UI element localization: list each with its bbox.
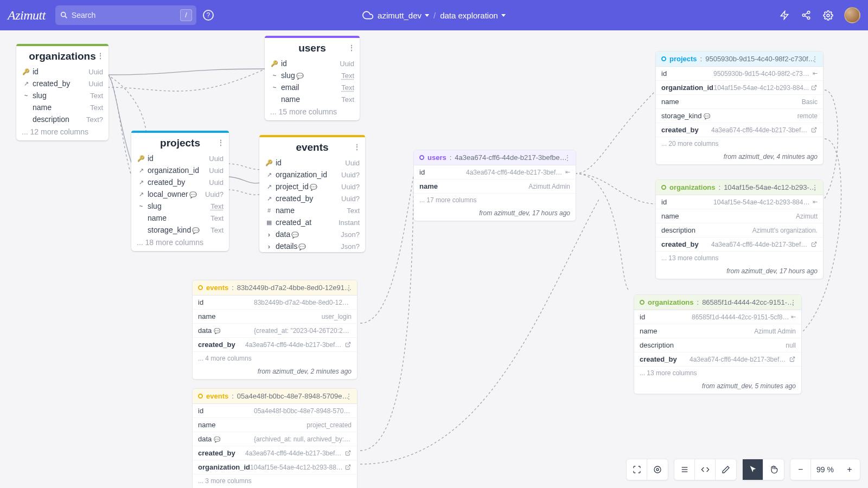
external-link-icon[interactable] bbox=[811, 127, 818, 133]
more-columns[interactable]: ... 3 more columns bbox=[193, 474, 357, 487]
detail-row[interactable]: nameBasic bbox=[656, 95, 823, 109]
card-menu-icon[interactable]: ⋮ bbox=[353, 145, 361, 149]
zoom-out-button[interactable]: − bbox=[790, 459, 811, 480]
card-menu-icon[interactable]: ⋮ bbox=[97, 54, 104, 57]
column-row[interactable]: slug💬Text bbox=[265, 69, 360, 81]
detail-row[interactable]: id83b2449b-d7a2-4bbe-8ed0-12e91416333f bbox=[193, 296, 357, 310]
more-columns[interactable]: ... 17 more columns bbox=[414, 194, 576, 207]
detail-row[interactable]: data 💬{created_at: "2023-04-26T20:28:27.… bbox=[193, 324, 357, 338]
detail-row[interactable]: organization_id104af15e-54ae-4c12-b293-8… bbox=[193, 460, 357, 474]
column-row[interactable]: created_byUuid bbox=[16, 78, 108, 89]
detail-row[interactable]: id86585f1d-4444-42cc-9151-5cf8e86fd0c2⇤ bbox=[634, 310, 801, 324]
search-container[interactable]: / bbox=[55, 5, 196, 25]
column-row[interactable]: slugText bbox=[16, 89, 108, 101]
column-row[interactable]: storage_kind💬Text bbox=[131, 224, 229, 236]
detail-row[interactable]: storage_kind 💬remote bbox=[656, 109, 823, 123]
external-link-icon[interactable] bbox=[345, 342, 352, 348]
detail-card-events[interactable]: events:83b2449b-d7a2-4bbe-8ed0-12e914163… bbox=[192, 280, 358, 380]
card-menu-icon[interactable]: ⋮ bbox=[348, 46, 355, 49]
bolt-icon[interactable] bbox=[779, 10, 790, 21]
external-link-icon[interactable] bbox=[811, 85, 818, 91]
gear-icon[interactable] bbox=[822, 10, 833, 21]
detail-row[interactable]: created_by4a3ea674-cff6-44de-b217-3befbe… bbox=[656, 123, 823, 137]
column-row[interactable]: project_id💬Uuid? bbox=[259, 181, 365, 192]
card-menu-icon[interactable]: ⋮ bbox=[345, 286, 353, 290]
detail-row[interactable]: nameAzimutt Admin bbox=[414, 179, 576, 194]
table-card-users[interactable]: users⋮ idUuidslug💬TextemailTextnameText … bbox=[265, 36, 360, 120]
detail-row[interactable]: id4a3ea674-cff6-44de-b217-3befbe907a95⇤ bbox=[414, 165, 576, 179]
column-row[interactable]: nameText bbox=[265, 93, 360, 105]
detail-row[interactable]: organization_id104af15e-54ae-4c12-b293-8… bbox=[656, 81, 823, 95]
pointer-icon[interactable] bbox=[743, 459, 763, 480]
search-input[interactable] bbox=[72, 11, 180, 20]
column-row[interactable]: created_atInstant bbox=[259, 216, 365, 228]
detail-row[interactable]: nameAzimutt Admin bbox=[634, 324, 801, 338]
avatar[interactable] bbox=[844, 7, 860, 23]
column-row[interactable]: data💬Json? bbox=[259, 228, 365, 240]
column-row[interactable]: nameText bbox=[131, 212, 229, 224]
detail-row[interactable]: nameuser_login bbox=[193, 310, 357, 324]
detail-row[interactable]: created_by4a3ea674-cff6-44de-b217-3befbe… bbox=[656, 237, 823, 252]
detail-row[interactable]: nameAzimutt bbox=[656, 209, 823, 223]
hand-icon[interactable] bbox=[763, 459, 784, 480]
column-row[interactable]: idUuid bbox=[16, 66, 108, 78]
zoom-in-button[interactable]: + bbox=[839, 459, 860, 480]
column-row[interactable]: idUuid bbox=[265, 57, 360, 69]
card-menu-icon[interactable]: ⋮ bbox=[811, 57, 819, 61]
column-row[interactable]: created_byUuid? bbox=[259, 192, 365, 204]
breadcrumb-view[interactable]: data exploration bbox=[440, 11, 506, 20]
help-icon[interactable]: ? bbox=[203, 10, 214, 21]
detail-row[interactable]: created_by4a3ea674-cff6-44de-b217-3befbe… bbox=[634, 352, 801, 367]
more-columns[interactable]: ... 13 more columns bbox=[634, 367, 801, 380]
breadcrumb-db[interactable]: azimutt_dev bbox=[378, 11, 429, 20]
more-columns[interactable]: ... 12 more columns bbox=[16, 125, 108, 140]
external-link-icon[interactable] bbox=[789, 356, 796, 363]
more-columns[interactable]: ... 18 more columns bbox=[131, 236, 229, 251]
column-row[interactable]: local_owner💬Uuid? bbox=[131, 188, 229, 200]
detail-card-organizations[interactable]: organizations:86585f1d-4444-42cc-9151-5c… bbox=[634, 294, 802, 394]
list-icon[interactable] bbox=[674, 459, 695, 480]
column-row[interactable]: created_byUuid bbox=[131, 176, 229, 188]
column-row[interactable]: slugText bbox=[131, 200, 229, 212]
canvas[interactable]: .w{fill:none;stroke:#9ca3af;stroke-width… bbox=[0, 30, 868, 488]
external-link-icon[interactable] bbox=[345, 464, 352, 471]
column-row[interactable]: descriptionText? bbox=[16, 113, 108, 125]
external-link-icon[interactable] bbox=[811, 241, 818, 248]
more-columns[interactable]: ... 13 more columns bbox=[656, 252, 823, 265]
table-card-organizations[interactable]: organizations⋮ idUuidcreated_byUuidslugT… bbox=[16, 44, 108, 140]
detail-row[interactable]: descriptionnull bbox=[634, 338, 801, 352]
column-row[interactable]: idUuid bbox=[131, 152, 229, 164]
detail-card-users[interactable]: users:4a3ea674-cff6-44de-b217-3befbe907a… bbox=[413, 150, 576, 221]
card-menu-icon[interactable]: ⋮ bbox=[811, 186, 819, 189]
table-card-events[interactable]: events⋮ idUuidorganization_idUuid?projec… bbox=[259, 135, 365, 252]
detail-row[interactable]: id05a4e48f-b0bc-48e7-8948-5709e83b9e4a bbox=[193, 404, 357, 418]
column-row[interactable]: organization_idUuid bbox=[131, 164, 229, 176]
center-icon[interactable] bbox=[647, 459, 668, 480]
column-row[interactable]: details💬Json? bbox=[259, 240, 365, 252]
more-columns[interactable]: ... 20 more columns bbox=[656, 137, 823, 150]
external-link-icon[interactable] bbox=[345, 450, 352, 457]
edit-icon[interactable] bbox=[716, 459, 736, 480]
card-menu-icon[interactable]: ⋮ bbox=[564, 156, 571, 159]
share-icon[interactable] bbox=[801, 10, 812, 21]
card-menu-icon[interactable]: ⋮ bbox=[217, 141, 225, 144]
more-columns[interactable]: ... 15 more columns bbox=[265, 105, 360, 120]
card-menu-icon[interactable]: ⋮ bbox=[345, 395, 353, 398]
card-menu-icon[interactable]: ⋮ bbox=[789, 301, 797, 304]
detail-card-organizations[interactable]: organizations:104af15e-54ae-4c12-b293-88… bbox=[655, 179, 824, 279]
column-row[interactable]: emailText bbox=[265, 81, 360, 93]
detail-card-projects[interactable]: projects:9505930b-9d15-4c40-98f2-c730fcb… bbox=[655, 51, 824, 165]
detail-row[interactable]: nameproject_created bbox=[193, 418, 357, 432]
detail-row[interactable]: id9505930b-9d15-4c40-98f2-c730fcbef2dd⇤ bbox=[656, 67, 823, 81]
detail-row[interactable]: descriptionAzimutt's organization. bbox=[656, 223, 823, 237]
detail-card-events[interactable]: events:05a4e48f-b0bc-48e7-8948-5709e83b9… bbox=[192, 388, 358, 488]
column-row[interactable]: idUuid bbox=[259, 157, 365, 169]
table-card-projects[interactable]: projects⋮ idUuidorganization_idUuidcreat… bbox=[131, 131, 229, 251]
column-row[interactable]: nameText bbox=[16, 101, 108, 113]
detail-row[interactable]: created_by4a3ea674-cff6-44de-b217-3befbe… bbox=[193, 446, 357, 460]
detail-row[interactable]: id104af15e-54ae-4c12-b293-8846be293203⇤ bbox=[656, 195, 823, 209]
code-icon[interactable] bbox=[695, 459, 716, 480]
fit-icon[interactable] bbox=[627, 459, 647, 480]
column-row[interactable]: organization_idUuid? bbox=[259, 169, 365, 181]
detail-row[interactable]: created_by4a3ea674-cff6-44de-b217-3befbe… bbox=[193, 338, 357, 352]
